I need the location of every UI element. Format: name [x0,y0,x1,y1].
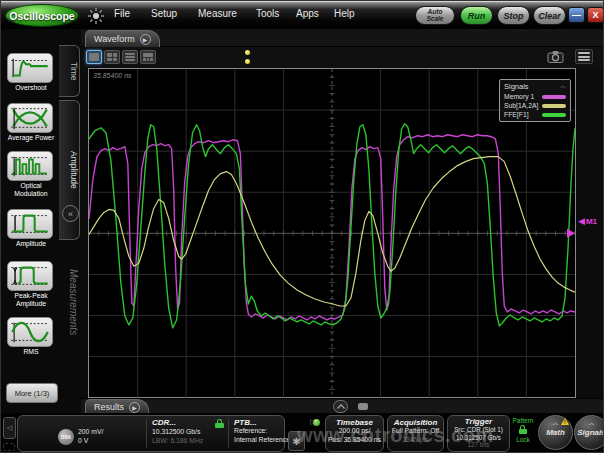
menu-setup[interactable]: Setup [151,8,177,19]
run-button[interactable]: Run [460,6,493,25]
results-tab-menu-icon[interactable]: ▶ [129,402,140,413]
settings-gear-button[interactable]: ✱ [288,431,305,451]
minimize-button[interactable]: — [568,7,585,23]
layout-rows-button[interactable] [122,50,138,64]
display-menu-icon[interactable] [575,49,593,64]
signals-button[interactable]: ︿ Signals [574,415,604,450]
marker-m1[interactable]: ◀ M1 [578,217,597,226]
status-led-bottom [245,59,250,64]
pattern-lock-icon [519,425,528,434]
ffef1-color-swatch [542,113,566,117]
layout-quad-button[interactable] [104,50,120,64]
menu-measure[interactable]: Measure [198,8,237,19]
square-pulse-icon [7,209,53,239]
results-mini-icon[interactable] [358,403,368,410]
pulse-train-icon [7,151,53,181]
trigger-panel[interactable]: Trigger Src: CDR (Slot 1) 10.312507 Gb/s… [447,415,510,452]
sidebar-item-average-power[interactable]: Average Power [7,103,55,142]
status-led-top [245,50,250,55]
titlebar: Oscilloscope File Setup Measure Tools Ap… [1,1,604,29]
hidden-panel-icon [3,443,15,451]
menu-apps[interactable]: Apps [296,8,319,19]
math-button[interactable]: ︿ Math ! [538,415,573,450]
results-bar: Results ▶ [81,398,604,413]
oscilloscope-window: Oscilloscope File Setup Measure Tools Ap… [0,0,604,453]
channel-status-group: DSA 200 mV/ 0 V CDR... 10.312500 Gb/s LB… [17,415,285,452]
sidebar-item-amplitude[interactable]: Amplitude [7,209,55,248]
math-warning-icon: ! [561,418,569,425]
timebase-position-readout: 35.85400 ns [93,72,132,79]
pattern-lock-indicator: Pattern Lock [512,417,534,451]
sidebar-item-overshoot[interactable]: Overshoot [7,53,55,92]
tab-time[interactable]: Time [59,45,80,97]
collapse-left-button[interactable]: ◁ [3,417,16,439]
waveform-display[interactable]: 35.85400 ns Signals ︿ Memory 1 Sub[1A,2A… [88,68,576,398]
sidebar-item-optical-modulation[interactable]: Optical Modulation [7,151,55,198]
close-button[interactable]: X [587,7,604,23]
channel-scale-readout[interactable]: 200 mV/ 0 V [78,428,103,445]
menu-file[interactable]: File [114,8,130,19]
main-area: Waveform ▶ [81,29,604,413]
sidebar-item-rms[interactable]: RMS [7,317,55,356]
tab-waveform[interactable]: Waveform ▶ [85,30,160,47]
sidebar-item-peak-peak-amplitude[interactable]: Peak-Peak Amplitude [7,261,55,308]
legend-entry-sub1a2a: Sub[1A,2A] [504,102,566,109]
legend-collapse-icon[interactable]: ︿ [560,82,566,91]
legend-title: Signals [504,82,529,91]
document-tab-bar: Waveform ▶ [81,29,604,47]
tab-results[interactable]: Results ▶ [85,399,149,414]
stop-button[interactable]: Stop [497,6,530,25]
timebase-panel[interactable]: Timebase 200.00 ps/ Pos: 35.85400 ns [325,415,384,452]
sub1a2a-color-swatch [542,104,566,108]
app-logo: Oscilloscope [5,4,79,27]
acquisition-panel[interactable]: Acquisition Full Pattern: Off 2345 pts [387,415,444,452]
auto-scale-button[interactable]: Auto Scale [415,6,455,25]
marker-left-arrow-icon: ◀ [578,217,585,226]
results-collapse-button[interactable] [333,400,348,413]
legend-entry-ffef1: FFE[F1] [504,111,566,118]
cdr-lock-icon [215,419,224,428]
collapse-sidebar-button[interactable]: « [62,205,79,222]
dsa-channel-badge[interactable]: DSA [58,429,74,445]
measurements-strip-label: Measurements [61,269,79,409]
measurements-sidebar: Overshoot Average Power Optical Modulati… [1,29,81,413]
cdr-panel[interactable]: CDR... 10.312500 Gb/s LBW: 6.186 MHz [152,418,224,445]
divider [228,419,229,448]
marker-m1-label: M1 [586,217,597,226]
expand-right-button[interactable]: ▷ [307,416,319,428]
display-toolbar [81,47,604,68]
menu-tools[interactable]: Tools [256,8,279,19]
sine-wave-icon [7,317,53,347]
status-bar: ◁ DSA 200 mV/ 0 V CDR... 10.312500 Gb/s … [1,413,604,453]
signals-legend: Signals ︿ Memory 1 Sub[1A,2A] FFE[F1] [499,79,571,122]
menu-help[interactable]: Help [334,8,355,19]
brightness-icon[interactable] [87,7,105,25]
layout-single-button[interactable] [86,50,102,64]
tab-menu-icon[interactable]: ▶ [140,34,151,45]
clear-button[interactable]: Clear [533,6,566,25]
divider [146,419,147,448]
screenshot-camera-icon[interactable] [547,50,564,63]
eye-diagram-icon [7,103,53,133]
more-measurements-button[interactable]: More (1/3) [6,383,58,403]
peak-peak-icon [7,261,53,291]
layout-mixed-button[interactable] [140,50,156,64]
overshoot-waveform-icon [7,53,53,83]
memory1-color-swatch [542,95,566,99]
legend-entry-memory1: Memory 1 [504,93,566,100]
